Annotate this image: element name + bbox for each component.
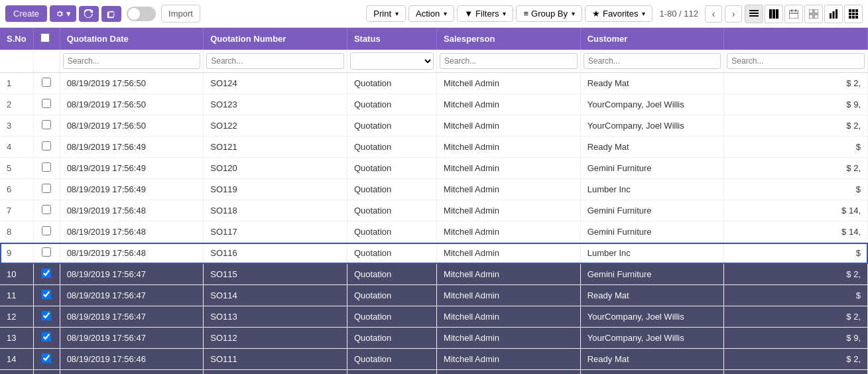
group-by-icon: ≡ <box>523 9 528 19</box>
table-row[interactable]: 1208/19/2019 17:56:47SO113QuotationMitch… <box>0 306 868 328</box>
create-button[interactable]: Create <box>5 5 47 22</box>
cell-status: Quotation <box>347 73 436 94</box>
row-checkbox[interactable] <box>42 120 51 129</box>
select-all-checkbox[interactable] <box>40 33 50 42</box>
col-header-customer: Customer <box>580 28 724 50</box>
cell-date: 08/19/2019 17:56:49 <box>60 179 204 200</box>
row-checkbox[interactable] <box>42 226 51 235</box>
svg-rect-24 <box>852 16 855 19</box>
search-date-input[interactable] <box>63 53 201 69</box>
search-customer-input[interactable] <box>584 53 721 69</box>
list-view-button[interactable] <box>745 5 763 23</box>
table-row[interactable]: 908/19/2019 17:56:48SO116QuotationMitche… <box>0 243 868 264</box>
cell-sno: 13 <box>0 328 33 349</box>
refresh-button[interactable] <box>79 6 99 22</box>
prev-page-button[interactable]: ‹ <box>705 5 722 23</box>
next-page-button[interactable]: › <box>725 5 742 23</box>
search-number <box>204 50 347 73</box>
pagination-info: 1-80 / 112 <box>655 9 702 19</box>
row-checkbox[interactable] <box>42 141 51 151</box>
row-checkbox[interactable] <box>42 311 51 320</box>
cell-number: SO113 <box>204 306 347 328</box>
table-row[interactable]: 608/19/2019 17:56:49SO119QuotationMitche… <box>0 179 868 200</box>
cell-customer: Ready Mat <box>580 285 724 306</box>
cell-customer: Ready Mat <box>580 349 724 370</box>
copy-button[interactable] <box>101 6 121 22</box>
import-button[interactable]: Import <box>161 5 200 23</box>
row-checkbox[interactable] <box>42 99 51 108</box>
search-customer <box>580 50 724 73</box>
table-row[interactable]: 308/19/2019 17:56:50SO122QuotationMitche… <box>0 115 868 137</box>
table-row[interactable]: 1308/19/2019 17:56:47SO112QuotationMitch… <box>0 328 868 349</box>
row-checkbox[interactable] <box>42 269 51 278</box>
settings-button[interactable]: ▾ <box>50 5 76 22</box>
cell-status: Quotation <box>347 221 436 243</box>
row-checkbox[interactable] <box>42 353 51 363</box>
svg-rect-22 <box>855 13 858 15</box>
search-salesperson-input[interactable] <box>440 53 578 69</box>
chart-view-button[interactable] <box>824 5 843 23</box>
group-by-button[interactable]: ≡ Group By ▾ <box>516 5 582 22</box>
col-header-status: Status <box>347 28 436 50</box>
svg-rect-23 <box>849 16 851 19</box>
table-row[interactable]: 1408/19/2019 17:56:46SO111QuotationMitch… <box>0 349 868 370</box>
table-view-button[interactable] <box>804 5 823 23</box>
cell-number: SO117 <box>204 221 347 243</box>
row-checkbox[interactable] <box>42 78 51 87</box>
row-checkbox[interactable] <box>42 290 51 299</box>
row-checkbox[interactable] <box>42 162 51 172</box>
filters-button[interactable]: ▼ Filters ▾ <box>457 5 513 22</box>
cell-status: Quotation <box>347 200 436 221</box>
favorites-button[interactable]: ★ Favorites ▾ <box>585 5 652 22</box>
print-button[interactable]: Print ▾ <box>366 5 406 22</box>
cell-checkbox <box>33 137 60 158</box>
print-label: Print <box>373 9 391 19</box>
table-row[interactable]: 508/19/2019 17:56:49SO120QuotationMitche… <box>0 158 868 179</box>
cell-salesperson: Mitchell Admin <box>437 285 581 306</box>
cell-date: 08/19/2019 17:56:50 <box>60 73 204 94</box>
table-row[interactable]: 1108/19/2019 17:56:47SO114QuotationMitch… <box>0 285 868 306</box>
cell-number: SO111 <box>204 349 347 370</box>
table-row[interactable]: 808/19/2019 17:56:48SO117QuotationMitche… <box>0 221 868 243</box>
search-amount-input[interactable] <box>727 53 865 69</box>
table-container: S.No Quotation Date Quotation Number Sta… <box>0 28 868 374</box>
kanban-view-button[interactable] <box>765 5 783 23</box>
col-header-amount <box>724 28 868 50</box>
cell-salesperson: Mitchell Admin <box>437 264 581 285</box>
cell-customer: Ready Mat <box>580 137 724 158</box>
calendar-view-button[interactable] <box>784 5 803 23</box>
svg-rect-0 <box>749 10 759 11</box>
search-number-input[interactable] <box>206 53 344 69</box>
table-row[interactable]: 108/19/2019 17:56:50SO124QuotationMitche… <box>0 73 868 94</box>
table-row[interactable]: 708/19/2019 17:56:48SO118QuotationMitche… <box>0 200 868 221</box>
cell-number: SO115 <box>204 264 347 285</box>
copy-icon <box>107 9 116 19</box>
table-row[interactable]: 208/19/2019 17:56:50SO123QuotationMitche… <box>0 94 868 115</box>
cell-checkbox <box>33 264 60 285</box>
table-row[interactable]: 408/19/2019 17:56:49SO121QuotationMitche… <box>0 137 868 158</box>
table-row[interactable]: 1508/19/2019 17:56:46SO110QuotationMitch… <box>0 370 868 375</box>
cell-amount: $ 2, <box>724 115 868 137</box>
row-checkbox[interactable] <box>42 247 51 257</box>
row-checkbox[interactable] <box>42 205 51 214</box>
cell-status: Quotation <box>347 328 436 349</box>
svg-rect-10 <box>809 9 813 13</box>
row-checkbox[interactable] <box>42 184 51 193</box>
action-chevron: ▾ <box>444 10 447 17</box>
pivot-view-button[interactable] <box>844 5 863 23</box>
col-header-check <box>33 28 60 50</box>
cell-salesperson: Mitchell Admin <box>437 115 581 137</box>
row-checkbox[interactable] <box>42 332 51 342</box>
cell-customer: YourCompany, Joel Willis <box>580 306 724 328</box>
action-label: Action <box>416 9 440 19</box>
search-status-select[interactable]: QuotationSales Order <box>350 52 434 70</box>
cell-customer: YourCompany, Joel Willis <box>580 328 724 349</box>
svg-rect-17 <box>849 9 851 12</box>
action-button[interactable]: Action ▾ <box>408 5 454 22</box>
search-row: QuotationSales Order <box>0 50 868 73</box>
table-row[interactable]: 1008/19/2019 17:56:47SO115QuotationMitch… <box>0 264 868 285</box>
toggle-switch[interactable] <box>127 7 156 21</box>
svg-rect-13 <box>814 15 818 19</box>
search-salesperson <box>437 50 581 73</box>
cell-status: Quotation <box>347 179 436 200</box>
